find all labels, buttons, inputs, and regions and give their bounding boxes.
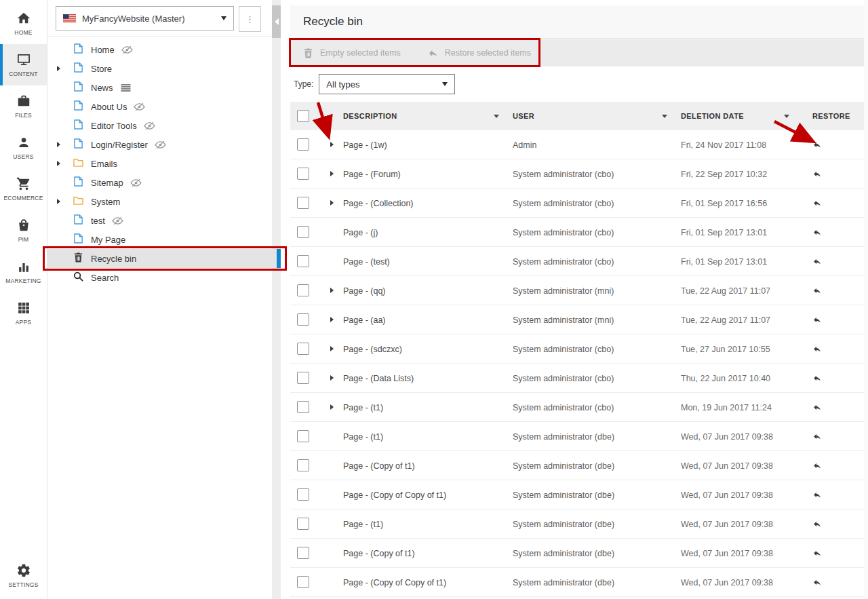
table-row[interactable]: Page - (t1)System administrator (cbo)Mon… [290,393,868,422]
site-selector-dropdown[interactable]: MyFancyWebsite (Master) [56,6,234,31]
tree-item-sitemap[interactable]: Sitemap [47,173,271,192]
row-checkbox[interactable] [297,372,309,384]
sidebar-item-settings[interactable]: SETTINGS [0,555,47,596]
row-checkbox[interactable] [297,255,309,267]
table-row[interactable]: Page - (test)System administrator (cbo)F… [290,247,868,276]
table-row[interactable]: Page - (j)System administrator (cbo)Fri,… [290,218,868,247]
row-expand-arrow-icon[interactable] [320,317,343,322]
sort-caret-icon[interactable] [784,115,789,118]
column-header-user[interactable]: USER [513,112,681,120]
select-all-checkbox[interactable] [297,110,309,122]
restore-selected-items-button[interactable]: Restore selected items [428,48,531,58]
sidebar-item-marketing[interactable]: MARKETING [0,251,47,292]
sidebar-item-ecommerce[interactable]: ECOMMERCE [0,168,47,210]
row-expand-arrow-icon[interactable] [320,142,343,147]
row-checkbox[interactable] [297,518,309,530]
table-row[interactable]: Page - (Copy of Copy of t1)System admini… [290,480,868,509]
row-expand-arrow-icon[interactable] [320,375,343,381]
tree-item-store[interactable]: Store [47,59,271,78]
sidebar-item-pim[interactable]: PIM [0,210,47,251]
row-checkbox[interactable] [297,313,309,326]
row-restore-icon[interactable] [812,520,822,528]
tree-item-test[interactable]: test [47,211,271,230]
table-row[interactable]: Page - (Data Lists)System administrator … [290,364,868,393]
empty-selected-items-button[interactable]: Empty selected items [303,48,401,58]
sidebar-item-home[interactable]: HOME [0,3,47,44]
row-checkbox[interactable] [297,284,309,296]
table-row[interactable]: Page - (Collection)System administrator … [290,189,868,218]
main-scrollbar[interactable] [864,0,868,599]
row-restore-icon[interactable] [812,170,822,178]
site-options-button[interactable]: ⋮ [239,6,261,32]
table-row[interactable]: Page - (1w)AdminFri, 24 Nov 2017 11:08 [290,130,868,159]
row-restore-icon[interactable] [812,490,822,499]
row-restore-icon[interactable] [812,140,822,149]
row-user: System administrator (cbo) [513,170,614,179]
row-expand-arrow-icon[interactable] [320,288,343,293]
tree-item-login-register[interactable]: Login/Register [47,135,271,154]
row-restore-icon[interactable] [812,403,822,412]
row-checkbox[interactable] [297,138,309,151]
row-expand-arrow-icon[interactable] [320,171,343,176]
row-expand-arrow-icon[interactable] [320,200,343,206]
row-checkbox[interactable] [297,197,309,209]
row-restore-icon[interactable] [812,257,822,266]
column-header-deletion-date[interactable]: DELETION DATE [681,112,803,120]
expand-arrow-icon[interactable] [57,142,73,147]
expand-arrow-icon[interactable] [57,66,73,71]
sidebar-item-content[interactable]: CONTENT [0,44,47,85]
eye-slash-icon [130,178,142,187]
row-expand-arrow-icon[interactable] [320,404,343,410]
row-restore-icon[interactable] [812,432,822,441]
sort-caret-icon[interactable] [662,115,667,118]
table-row[interactable]: Page - (t1)System administrator (dbe)Wed… [290,422,868,451]
row-checkbox[interactable] [297,343,309,355]
table-row[interactable]: Page - (sdczxc)System administrator (cbo… [290,334,868,364]
table-row[interactable]: Page - (Copy of t1)System administrator … [290,539,868,568]
table-row[interactable]: Page - (t1)System administrator (dbe)Wed… [290,509,868,539]
tree-item-my-page[interactable]: My Page [47,230,271,249]
row-restore-icon[interactable] [812,286,822,295]
table-row[interactable]: Page - (Forum)System administrator (cbo)… [290,159,868,189]
row-restore-icon[interactable] [812,199,822,208]
row-checkbox[interactable] [297,459,309,471]
sort-caret-icon[interactable] [494,115,499,118]
tree-scrollbar[interactable] [272,0,281,599]
row-restore-icon[interactable] [812,374,822,383]
row-checkbox[interactable] [297,226,309,238]
tree-item-about-us[interactable]: About Us [47,97,271,116]
column-header-description[interactable]: DESCRIPTION [343,112,513,120]
expand-arrow-icon[interactable] [57,199,73,204]
settings-icon [16,563,31,578]
table-row[interactable]: Page - (Copy of Copy of t1)System admini… [290,568,868,597]
row-checkbox[interactable] [297,401,309,413]
expand-arrow-icon[interactable] [57,161,73,166]
sidebar-item-apps[interactable]: APPS [0,292,47,334]
row-checkbox[interactable] [297,576,309,588]
tree-item-emails[interactable]: Emails [47,154,271,173]
row-checkbox[interactable] [297,547,309,559]
tree-item-search[interactable]: Search [47,268,271,287]
table-row[interactable]: Page - (qq)System administrator (mni)Tue… [290,276,868,305]
row-restore-icon[interactable] [812,315,822,324]
table-row[interactable]: Page - (Copy of t1)System administrator … [290,451,868,480]
collapse-panel-button[interactable] [272,5,281,38]
row-checkbox[interactable] [297,168,309,180]
row-restore-icon[interactable] [812,578,822,587]
tree-item-editor-tools[interactable]: Editor Tools [47,116,271,135]
type-filter-select[interactable]: All types [319,74,455,94]
row-restore-icon[interactable] [812,345,822,353]
tree-item-home[interactable]: Home [47,40,271,59]
row-restore-icon[interactable] [812,228,822,237]
sidebar-item-files[interactable]: FILES [0,85,47,127]
row-expand-arrow-icon[interactable] [320,346,343,351]
sidebar-item-users[interactable]: USERS [0,127,47,168]
tree-item-news[interactable]: News [47,78,271,97]
row-restore-icon[interactable] [812,461,822,470]
tree-item-recycle-bin[interactable]: Recycle bin [47,249,281,268]
row-checkbox[interactable] [297,488,309,501]
tree-item-system[interactable]: System [47,192,271,211]
row-checkbox[interactable] [297,430,309,442]
row-restore-icon[interactable] [812,549,822,558]
table-row[interactable]: Page - (aa)System administrator (mni)Tue… [290,305,868,334]
